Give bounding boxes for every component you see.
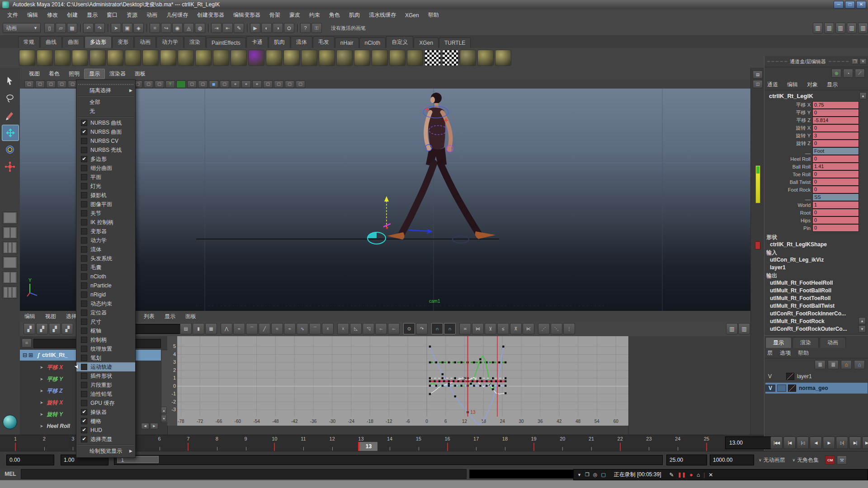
- record-icon[interactable]: ●: [689, 471, 693, 478]
- show-menu-item-头发系统[interactable]: 头发系统: [76, 254, 135, 263]
- show-menu-item-nRigid[interactable]: nRigid: [76, 290, 135, 299]
- lasso-select-tool[interactable]: [2, 90, 18, 106]
- node-name[interactable]: ctrlIK_Rt_LegIKShape: [770, 241, 827, 248]
- shelf-item-icon-11[interactable]: [213, 50, 229, 66]
- shelf-tab-曲线[interactable]: 曲线: [40, 36, 62, 48]
- shelf-tab-毛发[interactable]: 毛发: [313, 36, 335, 48]
- ge-toolbar-icon-14[interactable]: ◹: [363, 323, 374, 334]
- new-scene-icon[interactable]: ▯: [44, 23, 55, 33]
- current-time-field[interactable]: 13.00: [725, 436, 771, 449]
- layer-editor-menu-层[interactable]: 层: [767, 349, 773, 357]
- panel-toolbar-icon-25[interactable]: ▢: [296, 80, 305, 88]
- panel-toolbar-icon-24[interactable]: ▢: [285, 80, 294, 88]
- show-menu-item-GPU 缓存[interactable]: GPU 缓存: [76, 399, 135, 408]
- node-name[interactable]: utlMult_Rt_FootBallTwist: [770, 303, 835, 309]
- channel-value-field[interactable]: 0: [812, 224, 859, 232]
- rig-controls[interactable]: [368, 106, 469, 244]
- new-empty-layer-icon[interactable]: ≣: [815, 360, 826, 369]
- shelf-item-icon-13[interactable]: [248, 50, 264, 66]
- shelf-item-icon-6[interactable]: [125, 50, 141, 66]
- channel-value-field[interactable]: 0: [812, 155, 859, 163]
- show-menu-item-选择亮显[interactable]: ✔选择亮显: [76, 435, 135, 444]
- snap-point-icon[interactable]: ◉: [172, 23, 183, 33]
- ge-toolbar-icon-10[interactable]: ⌒: [309, 323, 321, 334]
- graph-editor-menu-编辑[interactable]: 编辑: [24, 313, 35, 320]
- undo-icon[interactable]: ↶: [83, 23, 94, 33]
- expand-arrow-icon[interactable]: ➤: [40, 400, 43, 405]
- channel-value-field[interactable]: 3: [812, 132, 859, 140]
- graph-plot[interactable]: -78-72-66-60-54-48-42-36-30-24-18-12-606…: [177, 336, 628, 426]
- ge-toolbar-icon-24[interactable]: ≤: [497, 323, 509, 334]
- selected-object-name[interactable]: ctrlIK_Rt_LegIK: [764, 93, 859, 99]
- panel-toolbar-icon-14[interactable]: [176, 80, 186, 88]
- select-hierarchy-icon[interactable]: ➤: [111, 23, 121, 33]
- pane-menu-icon[interactable]: ▤: [753, 70, 763, 79]
- snap-plane-icon[interactable]: ◬: [184, 23, 194, 33]
- ge-toolbar-icon-19[interactable]: ∩: [431, 323, 443, 334]
- node-name[interactable]: utlConRt_FootRockOuterCo...: [770, 326, 847, 332]
- ge-left-icon-2[interactable]: ▞: [49, 323, 61, 334]
- menu-tearoff[interactable]: [78, 81, 133, 85]
- shelf-item-icon-8[interactable]: [160, 50, 176, 66]
- channel-value-field[interactable]: 0: [812, 186, 859, 193]
- ge-toolbar-icon-2[interactable]: ▦: [205, 323, 217, 334]
- channel-value-field[interactable]: 0: [812, 178, 859, 186]
- shelf-item-icon-20[interactable]: [372, 50, 388, 66]
- channel-value-field[interactable]: 0: [812, 140, 859, 147]
- shelf-tab-变形[interactable]: 变形: [112, 36, 134, 48]
- ge-toolbar-icon-29[interactable]: ⋮: [563, 323, 575, 334]
- panel-toolbar-icon-13[interactable]: T: [165, 80, 175, 88]
- playback-end-field[interactable]: 25.00: [666, 455, 707, 465]
- menubar-item-创建变形器[interactable]: 创建变形器: [193, 11, 229, 19]
- ge-toolbar-icon-4[interactable]: ⌁: [233, 323, 245, 334]
- menu-set-dropdown[interactable]: 动画▼: [3, 23, 41, 33]
- anim-layer-indicator[interactable]: 无动画层: [764, 456, 785, 464]
- show-menu-item-尺寸[interactable]: 尺寸: [76, 317, 135, 326]
- move-tool[interactable]: [2, 125, 19, 141]
- panel-toolbar-icon-18[interactable]: ▢: [220, 80, 229, 88]
- layer-visibility-toggle[interactable]: V: [765, 385, 775, 392]
- shelf-item-icon-16[interactable]: [301, 50, 317, 66]
- channel-value-field[interactable]: Foot: [812, 147, 859, 155]
- layer-editor-tab-显示[interactable]: 显示: [765, 337, 792, 348]
- expand-arrow-icon[interactable]: ➤: [40, 365, 43, 370]
- ge-scroll-up-icon[interactable]: ▲: [161, 407, 167, 414]
- panel-menu-照明[interactable]: 照明: [64, 69, 84, 79]
- shelf-item-icon-7[interactable]: [142, 50, 159, 66]
- persp-graph-layout-button[interactable]: [2, 271, 18, 284]
- select-component-icon[interactable]: ◈: [133, 23, 144, 33]
- shelf-item-icon-14[interactable]: [266, 50, 282, 66]
- ge-toolbar-icon-16[interactable]: ⟜: [388, 323, 400, 334]
- expand-arrow-icon[interactable]: ➤: [40, 389, 43, 393]
- shelf-item-icon-19[interactable]: [354, 50, 370, 66]
- show-menu-item-nParticle[interactable]: nParticle: [76, 281, 135, 290]
- snap-grid-icon[interactable]: ⌗: [150, 23, 160, 33]
- shelf-item-icon-5[interactable]: [107, 50, 123, 66]
- channel-value-field[interactable]: 0: [812, 109, 859, 117]
- ge-toolbar-icon-11[interactable]: ☓: [322, 323, 334, 334]
- shelf-item-icon-26[interactable]: [477, 50, 494, 66]
- ge-toolbar-icon-12[interactable]: ☓: [337, 323, 349, 334]
- menubar-item-帮助[interactable]: 帮助: [424, 11, 443, 19]
- ge-toolbar-icon-15[interactable]: ⟜: [375, 323, 387, 334]
- lock-icon[interactable]: ⚿: [311, 23, 322, 33]
- expand-arrow-icon[interactable]: ➤: [40, 377, 43, 381]
- panel-menu-渲染器[interactable]: 渲染器: [105, 69, 130, 79]
- ge-toolbar-icon-3[interactable]: ⋀: [221, 323, 232, 334]
- close-button[interactable]: ✕: [856, 1, 866, 9]
- shelf-item-icon-21[interactable]: [389, 50, 406, 66]
- ipr-render-icon[interactable]: ◑: [273, 23, 283, 33]
- two-pane-layout-button[interactable]: [2, 226, 18, 239]
- menubar-item-蒙皮[interactable]: 蒙皮: [285, 11, 305, 19]
- show-menu-item-流体[interactable]: 流体: [76, 245, 135, 254]
- menubar-item-几何缓存[interactable]: 几何缓存: [162, 11, 193, 19]
- ge-right-icon-1[interactable]: ▥: [738, 323, 750, 334]
- menubar-item-肌肉[interactable]: 肌肉: [344, 11, 364, 19]
- show-menu-item-纹理放置[interactable]: 纹理放置: [76, 344, 135, 353]
- channel-value-field[interactable]: 1: [812, 201, 859, 209]
- show-menu-item-隔离选择[interactable]: 隔离选择▶: [76, 86, 135, 95]
- ge-toolbar-icon-25[interactable]: ⊼: [510, 323, 522, 334]
- channel-box-menu-显示[interactable]: 显示: [827, 81, 838, 89]
- panel-menu-视图[interactable]: 视图: [24, 69, 44, 79]
- toggle-layers-icon[interactable]: ▥: [847, 23, 857, 33]
